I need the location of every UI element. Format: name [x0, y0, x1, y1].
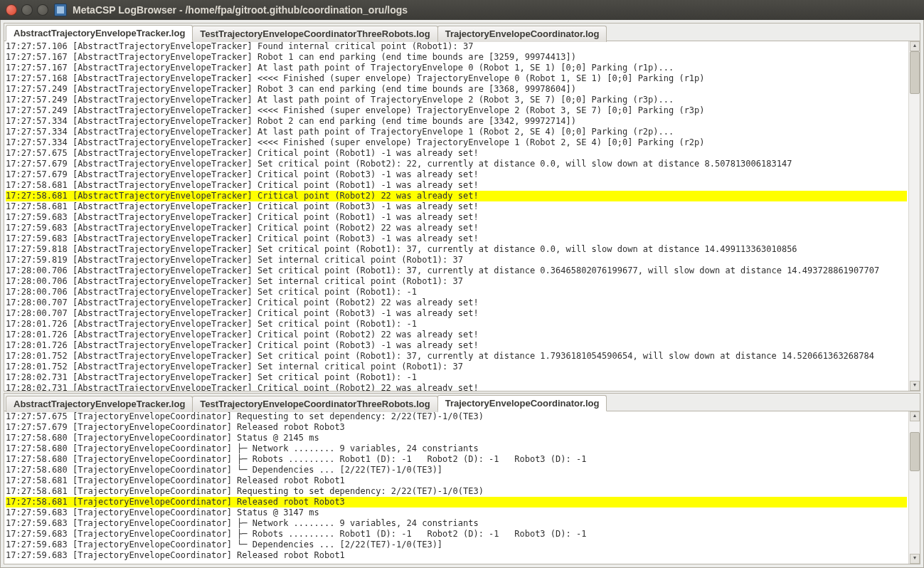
content-area: AbstractTrajectoryEnvelopeTracker.logTes… [0, 20, 924, 568]
log-line[interactable]: 17:27:59.683 [TrajectoryEnvelopeCoordina… [6, 550, 907, 561]
log-line[interactable]: 17:28:02.731 [AbstractTrajectoryEnvelope… [6, 372, 907, 383]
log-line[interactable]: 17:27:58.681 [AbstractTrajectoryEnvelope… [6, 201, 907, 212]
log-line[interactable]: 17:27:58.681 [TrajectoryEnvelopeCoordina… [6, 475, 907, 486]
log-line[interactable]: 17:27:59.819 [AbstractTrajectoryEnvelope… [6, 255, 907, 265]
log-line[interactable]: 17:27:59.683 [AbstractTrajectoryEnvelope… [6, 233, 907, 244]
window-title: MetaCSP LogBrowser - /home/fpa/gitroot.g… [73, 4, 408, 16]
window-controls [6, 4, 48, 16]
log-line[interactable]: 17:28:02.731 [AbstractTrajectoryEnvelope… [6, 383, 907, 391]
tab-abstracttrajectoryenvelopetracker-log[interactable]: AbstractTrajectoryEnvelopeTracker.log [6, 25, 193, 41]
tab-trajectoryenvelopecoordinator-log[interactable]: TrajectoryEnvelopeCoordinator.log [437, 26, 607, 42]
top-log-wrap: 17:27:57.106 [AbstractTrajectoryEnvelope… [4, 41, 920, 391]
bottom-log-area[interactable]: 17:27:57.675 [TrajectoryEnvelopeCoordina… [4, 411, 908, 564]
log-line[interactable]: 17:28:01.752 [AbstractTrajectoryEnvelope… [6, 362, 907, 372]
log-line[interactable]: 17:27:57.675 [TrajectoryEnvelopeCoordina… [6, 411, 907, 422]
log-line[interactable]: 17:28:00.707 [AbstractTrajectoryEnvelope… [6, 308, 907, 319]
log-line[interactable]: 17:28:00.706 [AbstractTrajectoryEnvelope… [6, 265, 907, 276]
scroll-track[interactable] [910, 51, 920, 381]
scroll-down-button[interactable]: ▾ [910, 554, 920, 564]
window-minimize-button[interactable] [21, 4, 33, 16]
log-line[interactable]: 17:27:59.683 [TrajectoryEnvelopeCoordina… [6, 529, 907, 540]
bottom-pane: AbstractTrajectoryEnvelopeTracker.logTes… [4, 393, 920, 564]
log-line[interactable]: 17:27:57.106 [AbstractTrajectoryEnvelope… [6, 41, 907, 52]
log-line[interactable]: 17:27:57.679 [AbstractTrajectoryEnvelope… [6, 159, 907, 169]
tab-abstracttrajectoryenvelopetracker-log[interactable]: AbstractTrajectoryEnvelopeTracker.log [6, 396, 193, 412]
bottom-log-wrap: 17:27:57.675 [TrajectoryEnvelopeCoordina… [4, 411, 920, 564]
log-line[interactable]: 17:28:00.706 [AbstractTrajectoryEnvelope… [6, 287, 907, 298]
scroll-up-button[interactable]: ▴ [910, 411, 920, 421]
log-line[interactable]: 17:27:58.680 [TrajectoryEnvelopeCoordina… [6, 433, 907, 443]
log-line[interactable]: 17:27:57.167 [AbstractTrajectoryEnvelope… [6, 52, 907, 63]
log-line[interactable]: 17:27:58.681 [TrajectoryEnvelopeCoordina… [6, 497, 907, 507]
top-log-area[interactable]: 17:27:57.106 [AbstractTrajectoryEnvelope… [4, 41, 908, 391]
log-line[interactable]: 17:27:57.679 [TrajectoryEnvelopeCoordina… [6, 422, 907, 433]
log-line[interactable]: 17:27:59.683 [TrajectoryEnvelopeCoordina… [6, 507, 907, 518]
log-line[interactable]: 17:28:01.726 [AbstractTrajectoryEnvelope… [6, 330, 907, 340]
scroll-thumb[interactable] [910, 51, 920, 94]
scroll-down-button[interactable]: ▾ [910, 381, 920, 391]
log-line[interactable]: 17:28:01.726 [AbstractTrajectoryEnvelope… [6, 319, 907, 330]
log-line[interactable]: 17:28:01.726 [AbstractTrajectoryEnvelope… [6, 340, 907, 351]
log-line[interactable]: 17:27:57.249 [AbstractTrajectoryEnvelope… [6, 84, 907, 95]
log-line[interactable]: 17:27:57.334 [AbstractTrajectoryEnvelope… [6, 137, 907, 148]
log-line[interactable]: 17:27:59.683 [AbstractTrajectoryEnvelope… [6, 223, 907, 233]
log-line[interactable]: 17:27:58.681 [AbstractTrajectoryEnvelope… [6, 180, 907, 191]
log-line[interactable]: 17:27:57.249 [AbstractTrajectoryEnvelope… [6, 95, 907, 105]
log-line[interactable]: 17:27:59.818 [AbstractTrajectoryEnvelope… [6, 244, 907, 255]
log-line[interactable]: 17:27:57.679 [AbstractTrajectoryEnvelope… [6, 169, 907, 180]
top-pane: AbstractTrajectoryEnvelopeTracker.logTes… [4, 23, 920, 391]
log-line[interactable]: 17:27:59.683 [TrajectoryEnvelopeCoordina… [6, 540, 907, 550]
log-line[interactable]: 17:27:59.683 [AbstractTrajectoryEnvelope… [6, 212, 907, 223]
log-line[interactable]: 17:27:58.680 [TrajectoryEnvelopeCoordina… [6, 454, 907, 465]
log-line[interactable]: 17:27:58.681 [AbstractTrajectoryEnvelope… [6, 191, 907, 201]
app-icon [54, 4, 67, 16]
tab-testtrajectoryenvelopecoordinatorthreerobots-log[interactable]: TestTrajectoryEnvelopeCoordinatorThreeRo… [192, 396, 437, 412]
tab-trajectoryenvelopecoordinator-log[interactable]: TrajectoryEnvelopeCoordinator.log [437, 395, 607, 411]
top-scrollbar[interactable]: ▴ ▾ [908, 41, 920, 391]
window-titlebar: MetaCSP LogBrowser - /home/fpa/gitroot.g… [0, 0, 924, 20]
log-line[interactable]: 17:27:57.675 [AbstractTrajectoryEnvelope… [6, 148, 907, 159]
log-line[interactable]: 17:27:57.167 [AbstractTrajectoryEnvelope… [6, 63, 907, 73]
log-line[interactable]: 17:27:58.680 [TrajectoryEnvelopeCoordina… [6, 465, 907, 475]
log-line[interactable]: 17:28:00.706 [AbstractTrajectoryEnvelope… [6, 276, 907, 287]
log-line[interactable]: 17:27:58.680 [TrajectoryEnvelopeCoordina… [6, 443, 907, 454]
scroll-track[interactable] [910, 421, 920, 554]
log-line[interactable]: 17:28:01.752 [AbstractTrajectoryEnvelope… [6, 351, 907, 362]
log-line[interactable]: 17:27:57.249 [AbstractTrajectoryEnvelope… [6, 105, 907, 116]
log-line[interactable]: 17:27:58.681 [TrajectoryEnvelopeCoordina… [6, 486, 907, 497]
log-line[interactable]: 17:27:57.334 [AbstractTrajectoryEnvelope… [6, 127, 907, 137]
window-close-button[interactable] [6, 4, 17, 16]
scroll-up-button[interactable]: ▴ [910, 41, 920, 51]
log-line[interactable]: 17:27:57.334 [AbstractTrajectoryEnvelope… [6, 116, 907, 127]
scroll-thumb[interactable] [910, 432, 920, 471]
log-line[interactable]: 17:28:00.707 [AbstractTrajectoryEnvelope… [6, 298, 907, 308]
tab-testtrajectoryenvelopecoordinatorthreerobots-log[interactable]: TestTrajectoryEnvelopeCoordinatorThreeRo… [192, 26, 437, 42]
bottom-scrollbar[interactable]: ▴ ▾ [908, 411, 920, 564]
log-line[interactable]: 17:27:57.168 [AbstractTrajectoryEnvelope… [6, 73, 907, 84]
bottom-tabstrip: AbstractTrajectoryEnvelopeTracker.logTes… [4, 394, 920, 411]
window-maximize-button[interactable] [37, 4, 48, 16]
top-tabstrip: AbstractTrajectoryEnvelopeTracker.logTes… [4, 23, 920, 41]
log-line[interactable]: 17:27:59.683 [TrajectoryEnvelopeCoordina… [6, 518, 907, 529]
